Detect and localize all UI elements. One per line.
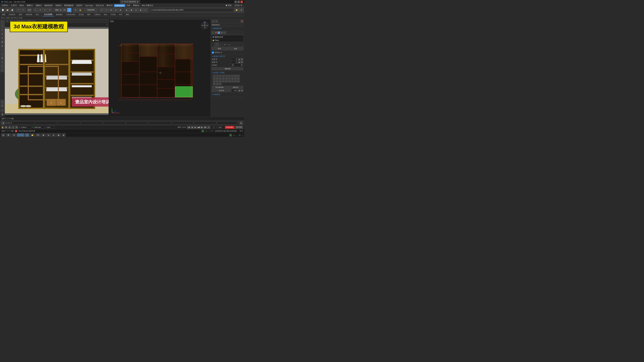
go-end-btn[interactable]: ▶| [204, 126, 207, 129]
move-btn[interactable]: ✛ [38, 8, 42, 12]
left-tool-bind[interactable]: ○ [0, 48, 4, 52]
select-btn[interactable]: ▷ [33, 8, 38, 12]
left-tool-helper[interactable]: ✦ [0, 60, 4, 64]
menu-graph-editor[interactable]: 图形编辑器 [63, 4, 75, 7]
modifier-pin-btn[interactable]: 📌 [214, 31, 217, 34]
new-file-btn[interactable]: 📄 [1, 8, 5, 12]
sg-9[interactable]: 9 [231, 75, 234, 77]
breadcrumb-item3[interactable]: 边界 [19, 17, 22, 19]
sg-32[interactable]: 32 [219, 83, 222, 85]
left-tool-light[interactable]: ☀ [0, 52, 4, 56]
taskbar-app2[interactable]: ▲ [46, 133, 51, 137]
rp-tab-element[interactable]: ◈ [227, 43, 231, 46]
minimize-button[interactable]: — [234, 1, 237, 3]
sg-13[interactable]: 13 [216, 77, 218, 80]
clear-selection-btn[interactable]: 清除选择 [212, 67, 243, 70]
sg-16[interactable]: 16 [225, 77, 228, 80]
sg-17[interactable]: 17 [228, 77, 230, 80]
redo-btn[interactable]: ↷ [21, 8, 25, 12]
rp-add-btn[interactable]: + [212, 20, 214, 23]
grid-btn[interactable]: ⊞ [109, 8, 113, 12]
taskbar-ime[interactable]: 英 [229, 134, 232, 137]
menu-interactive[interactable]: Interactive [114, 4, 125, 7]
sg-30[interactable]: 30 [213, 83, 216, 85]
tab-fill[interactable]: 填充 [34, 13, 40, 16]
left-tool-rotate[interactable]: ↻ [0, 28, 4, 32]
sg-3[interactable]: 3 [213, 75, 216, 77]
maximize-button[interactable]: □ [238, 1, 240, 3]
snap-2d-btn[interactable]: 2D [62, 8, 67, 12]
taskbar-search[interactable]: 🔍 [6, 133, 11, 137]
tab-visibility[interactable]: 可见性 [109, 13, 117, 16]
render3-btn[interactable]: ◆ [138, 8, 143, 12]
tab-triangulate[interactable]: 三角剖分 [92, 13, 102, 16]
modifier-config-btn[interactable]: ⊞ [218, 31, 220, 34]
sg-12[interactable]: 12 [213, 77, 216, 80]
menu-modifier[interactable]: 修改器(M) [43, 4, 54, 7]
select-id-up[interactable]: ▲ [238, 61, 240, 63]
selected-range-btn[interactable]: 选定范围 [235, 126, 243, 129]
close-button[interactable]: ✕ [240, 1, 243, 3]
menu-view[interactable]: 视图(V) [25, 4, 34, 7]
remove-isolated-checkbox[interactable] [212, 51, 214, 54]
open-file-btn[interactable]: 📂 [5, 8, 10, 12]
tab-modify-edit[interactable]: 修改编辑 [54, 13, 64, 16]
left-tool-place[interactable]: ⊕ [0, 36, 4, 40]
tab-poly-modeling[interactable]: 多边形建模 [43, 13, 54, 16]
spacing-btn[interactable]: ⊠ [118, 8, 122, 12]
undo-btn[interactable]: ↶ [16, 8, 21, 12]
snap-angle-btn[interactable]: ∠ [12, 126, 14, 129]
select-by-sg-btn[interactable]: 按平滑组选择 [212, 86, 228, 89]
rp-tab-edge[interactable]: / [215, 43, 219, 46]
sg-25[interactable]: 25 [225, 80, 228, 82]
no-name-dropdown[interactable]: -(2) [230, 64, 243, 66]
modifier-editable-poly[interactable]: 编辑多边形 [212, 35, 243, 39]
transform-lock-btn[interactable]: ⊠ [4, 126, 8, 129]
tab-loop[interactable]: 循环 [86, 13, 92, 16]
mirror-btn[interactable]: ⇔ [100, 8, 104, 12]
sg-5[interactable]: 5 [219, 75, 222, 77]
sg-31[interactable]: 31 [216, 83, 218, 85]
sg-7[interactable]: 7 [225, 75, 228, 77]
rp-settings-btn[interactable]: ≡ [215, 20, 218, 23]
array-btn[interactable]: ⊟ [114, 8, 118, 12]
sg-19[interactable]: 19 [234, 77, 237, 80]
select-all-btn[interactable]: 全部 [27, 8, 32, 12]
rp-tab-polygon[interactable]: ■ [223, 43, 227, 46]
total-frames-input[interactable] [218, 126, 222, 129]
left-tool-bottom2[interactable]: ⊞ [0, 104, 4, 108]
snap-toggle-btn[interactable]: ⊕ [8, 126, 11, 129]
modifier-enable-btn[interactable]: ✓ [212, 31, 214, 34]
menu-workspace[interactable]: 工作台 ▼ [233, 4, 244, 7]
left-tool-link[interactable]: 🔗 [0, 40, 4, 44]
tab-modeling[interactable]: 建模 [1, 13, 7, 16]
left-tool-bottom1[interactable]: ◎ [0, 100, 4, 104]
breadcrumb-item2[interactable]: 用户定义 | [11, 17, 18, 19]
img-show-btn[interactable]: ✓ [6, 23, 8, 26]
frame-number-input[interactable] [211, 126, 216, 129]
z-coord-input[interactable] [46, 126, 55, 129]
auto-smooth-up[interactable]: ▲ [238, 89, 240, 92]
auto-smooth-down[interactable]: ▼ [241, 89, 243, 92]
sg-6[interactable]: 6 [222, 75, 224, 77]
tab-geometry-all[interactable]: 几何体(全部) [64, 13, 77, 16]
autokey-btn[interactable]: 自动关键点 [225, 126, 234, 129]
tab-object-paint[interactable]: 对象绘制 [24, 13, 34, 16]
sg-28[interactable]: 28 [234, 80, 237, 82]
select-id-input[interactable] [231, 61, 238, 63]
breadcrumb-item1[interactable]: 选择 | [6, 17, 10, 19]
left-tool-scale[interactable]: ⧗ [0, 32, 4, 36]
menu-render[interactable]: 渲染(R) [75, 4, 84, 7]
lock-btn[interactable]: 🔒 [78, 8, 82, 12]
sg-10[interactable]: 10 [234, 75, 237, 77]
render2-btn[interactable]: ◉ [129, 8, 134, 12]
tab-align[interactable]: 对齐 [118, 13, 124, 16]
modifier-more-btn[interactable]: ≡ [224, 31, 226, 34]
taskbar-app1[interactable]: ◆ [41, 133, 46, 137]
taskbar-app4[interactable]: ◉ [56, 133, 61, 137]
sg-8[interactable]: 8 [228, 75, 230, 77]
render4-btn[interactable]: ◇ [143, 8, 148, 12]
menu-animation[interactable]: 动画(A) [54, 4, 63, 7]
taskbar-taskview[interactable]: ⊟ [12, 133, 16, 137]
align-btn[interactable]: ≡ [104, 8, 108, 12]
